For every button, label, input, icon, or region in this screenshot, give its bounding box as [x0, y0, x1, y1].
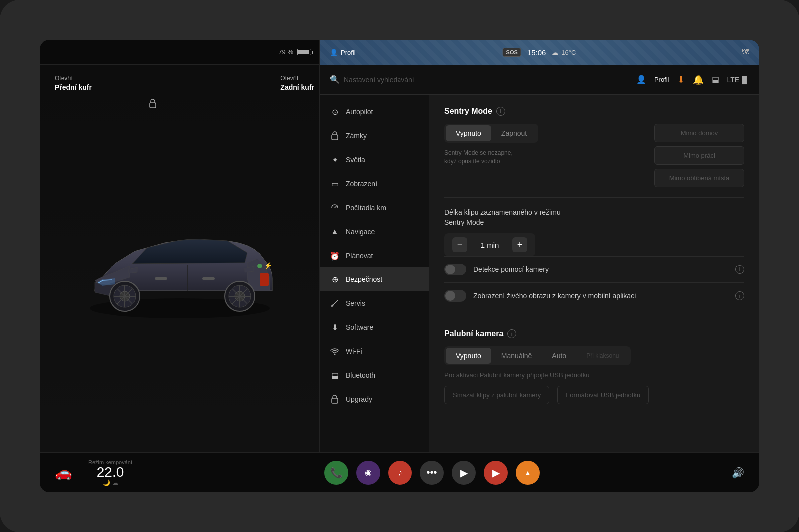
- cam-manual-btn[interactable]: Manuálně: [491, 348, 542, 364]
- sidebar-label-wifi: Wi-Fi: [346, 347, 362, 355]
- sidebar-item-wifi[interactable]: Wi-Fi: [320, 339, 429, 363]
- video-icon: ▶: [460, 467, 468, 479]
- sentry-mode-section: Sentry Mode i Vypnuto Zapnout: [444, 107, 744, 187]
- location-home-btn[interactable]: Mimo domov: [654, 124, 744, 142]
- alexa-btn[interactable]: ◉: [356, 461, 380, 485]
- dashboard-cam-info-icon[interactable]: i: [507, 329, 516, 338]
- skillshare-btn[interactable]: ▲: [516, 461, 540, 485]
- settings-content: Sentry Mode i Vypnuto Zapnout: [429, 95, 759, 492]
- sidebar-item-servis[interactable]: Servis: [320, 291, 429, 315]
- front-trunk-label: Otevřít Přední kufr: [55, 75, 92, 92]
- liveview-info-icon[interactable]: i: [735, 291, 744, 300]
- map-icon: 🗺: [741, 48, 749, 57]
- detection-label: Detekce pomocí kamery: [473, 266, 728, 273]
- sentry-off-btn[interactable]: Vypnuto: [446, 125, 491, 141]
- sidebar-item-autopilot[interactable]: ⊙ Autopilot: [320, 100, 429, 124]
- clip-decrease-btn[interactable]: −: [452, 237, 467, 252]
- volume-icon[interactable]: 🔊: [732, 467, 744, 479]
- location-work-btn[interactable]: Mimo práci: [654, 146, 744, 165]
- temperature: 16°C: [561, 49, 576, 56]
- detection-info-icon[interactable]: i: [735, 265, 744, 274]
- sidebar-item-zamky[interactable]: Zámky: [320, 124, 429, 148]
- sidebar-item-navigace[interactable]: ▲ Navigace: [320, 220, 429, 244]
- camping-icon-1: 🌙: [103, 479, 110, 486]
- rear-trunk-open-label: Otevřít: [280, 75, 314, 83]
- car-area: Otevřít Přední kufr Otevřít Zadní kufr: [40, 65, 319, 462]
- taskbar-right: 🔊: [732, 467, 744, 479]
- sidebar-label-bezpecnost: Bezpečnost: [346, 275, 382, 283]
- sidebar-item-planovat[interactable]: ⏰ Plánovat: [320, 244, 429, 267]
- clip-value: 1 min: [477, 241, 502, 249]
- sidebar-label-software: Software: [346, 323, 373, 331]
- svg-rect-26: [332, 398, 338, 403]
- cam-off-btn[interactable]: Vypnuto: [446, 348, 491, 364]
- lock-icon: [149, 99, 157, 111]
- car-image: ⚡: [75, 204, 285, 323]
- sentry-title-text: Sentry Mode: [444, 107, 492, 116]
- youtube-btn[interactable]: ▶: [484, 461, 508, 485]
- clip-increase-btn[interactable]: +: [512, 237, 527, 252]
- wifi-icon: [330, 346, 340, 356]
- sidebar-item-bluetooth[interactable]: ⬓ Bluetooth: [320, 363, 429, 387]
- device-bezel: 79 % Otevřít Přední kufr: [0, 0, 799, 532]
- servis-icon: [330, 298, 340, 308]
- sentry-note: Sentry Mode se nezapne,když opustíte voz…: [444, 149, 639, 166]
- software-icon: ⬇: [330, 322, 340, 332]
- detection-toggle-row: Detekce pomocí kamery i: [444, 256, 744, 282]
- sidebar-item-svetla[interactable]: ✦ Světla: [320, 148, 429, 172]
- sentry-info-icon[interactable]: i: [496, 107, 505, 116]
- music-btn[interactable]: ♪: [388, 461, 412, 485]
- bluetooth-nav-icon: ⬓: [330, 370, 340, 380]
- video-btn[interactable]: ▶: [452, 461, 476, 485]
- sidebar-label-pocitadla: Počítadla km: [346, 204, 386, 212]
- sidebar-label-autopilot: Autopilot: [346, 108, 373, 116]
- cam-auto-btn[interactable]: Auto: [542, 348, 576, 364]
- download-icon[interactable]: ⬇: [677, 74, 685, 85]
- delete-clips-btn[interactable]: Smazat klipy z palubní kamery: [444, 386, 549, 404]
- sidebar-item-zobrazeni[interactable]: ▭ Zobrazení: [320, 172, 429, 196]
- svg-rect-3: [155, 277, 167, 280]
- phone-btn[interactable]: 📞: [324, 461, 348, 485]
- taskbar-center: 📞 ◉ ♪ ••• ▶ ▶ ▲: [132, 461, 732, 485]
- bell-icon[interactable]: 🔔: [693, 74, 704, 85]
- sos-badge: SOS: [503, 48, 521, 57]
- format-usb-btn[interactable]: Formátovat USB jednotku: [557, 386, 649, 404]
- planovat-icon: ⏰: [330, 251, 340, 261]
- sidebar-item-pocitadla[interactable]: Počítadla km: [320, 196, 429, 220]
- sidebar-item-upgrady[interactable]: Upgrady: [320, 387, 429, 411]
- detection-toggle[interactable]: [444, 264, 466, 275]
- sidebar-label-zobrazeni: Zobrazení: [346, 180, 377, 188]
- sentry-mode-title: Sentry Mode i: [444, 107, 744, 116]
- sidebar-label-zamky: Zámky: [346, 132, 367, 140]
- nav-icons-right: 🗺: [741, 48, 749, 57]
- sentry-on-btn[interactable]: Zapnout: [491, 125, 537, 141]
- cam-toggle-group: Vypnuto Manuálně Auto Při klaksonu: [444, 346, 631, 365]
- taskbar-car-icon[interactable]: 🚗: [55, 464, 72, 481]
- more-btn[interactable]: •••: [420, 461, 444, 485]
- sidebar-item-software[interactable]: ⬇ Software: [320, 315, 429, 339]
- camping-icon-2: ☁: [112, 479, 118, 486]
- alexa-icon: ◉: [365, 468, 372, 477]
- profile-name[interactable]: Profil: [654, 76, 669, 83]
- taskbar-left: 🚗 Režim kempování 22.0 🌙 ☁: [55, 459, 132, 486]
- profile-icon-top: 👤: [330, 49, 338, 56]
- liveview-toggle[interactable]: [444, 290, 466, 302]
- left-top-bar: 79 %: [40, 40, 319, 65]
- map-time: 15:06: [527, 48, 546, 57]
- location-fav-btn[interactable]: Mimo oblíbená místa: [654, 169, 744, 187]
- battery-percentage: 79 %: [278, 48, 293, 56]
- search-bar[interactable]: 🔍 Nastavení vyhledávání: [330, 75, 628, 84]
- sentry-left: Vypnuto Zapnout Sentry Mode se nezapne,k…: [444, 124, 639, 166]
- front-trunk-open-label: Otevřít: [55, 75, 92, 83]
- sidebar-item-bezpecnost[interactable]: ⊕ Bezpečnost: [320, 267, 429, 291]
- sidebar-label-planovat: Plánovat: [346, 252, 373, 260]
- camping-temp-value: 22.0: [97, 464, 124, 480]
- cam-horn-btn[interactable]: Při klaksonu: [576, 348, 629, 364]
- settings-body: ⊙ Autopilot Zámky ✦ Světla: [320, 95, 759, 492]
- zamky-icon: [330, 131, 340, 141]
- pocitadla-icon: [330, 203, 340, 213]
- svg-rect-0: [150, 103, 156, 108]
- bluetooth-icon-header[interactable]: ⬓: [712, 75, 719, 84]
- svg-rect-4: [202, 277, 215, 280]
- search-icon: 🔍: [330, 75, 340, 84]
